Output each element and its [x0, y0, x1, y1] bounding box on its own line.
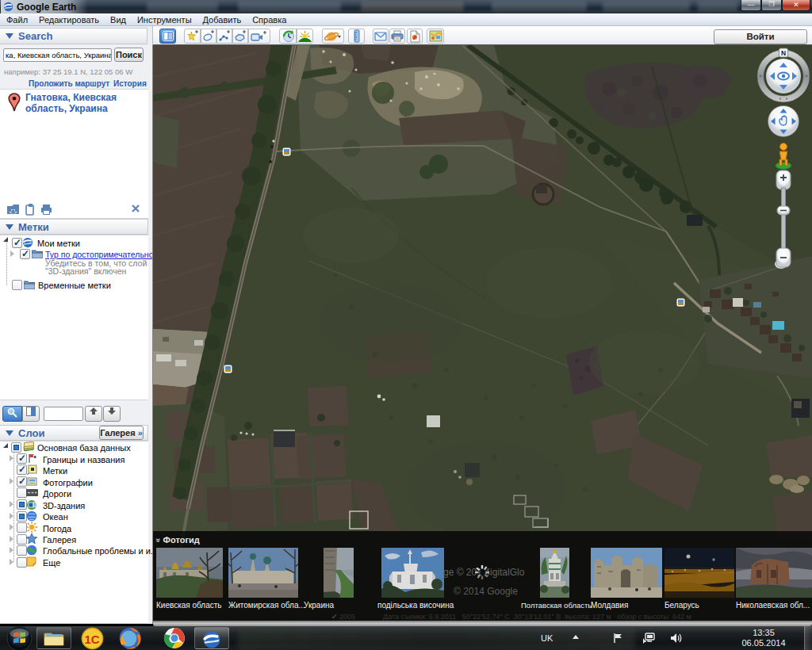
svg-text:1С: 1С	[85, 633, 100, 646]
svg-text:N: N	[781, 49, 786, 57]
